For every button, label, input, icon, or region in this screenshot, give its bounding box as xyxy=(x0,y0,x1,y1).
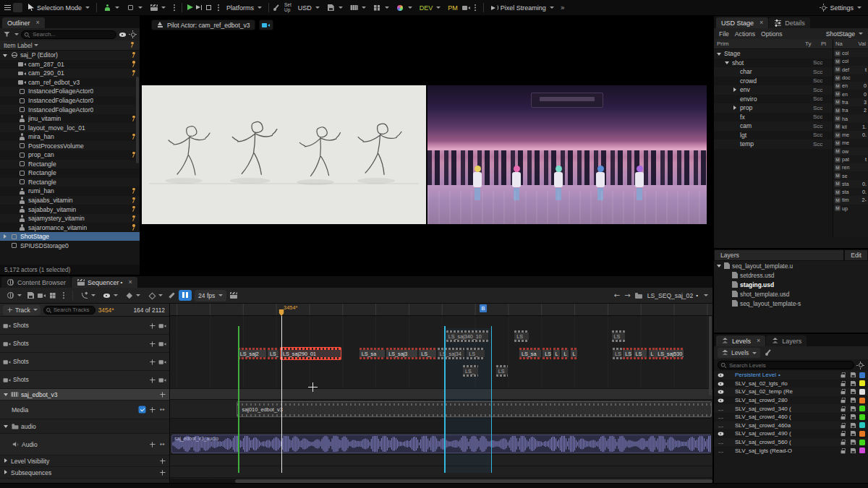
usd-prim-row[interactable]: shot Scc xyxy=(714,59,833,68)
expand-caret[interactable] xyxy=(732,78,738,84)
expand-caret[interactable] xyxy=(724,273,730,278)
usd-metadata-row[interactable]: M ren xyxy=(833,163,868,171)
levels-settings-icon[interactable] xyxy=(856,361,864,369)
filter-icon[interactable] xyxy=(3,30,11,38)
expand-caret[interactable] xyxy=(727,406,733,411)
expand-caret[interactable] xyxy=(724,60,730,66)
expand-caret[interactable] xyxy=(727,389,733,395)
sequencer-timeline[interactable]: LS_saj340_10 LS LS LS_saj2 LS_ LS_saj290… xyxy=(170,304,712,484)
usd-prim-row[interactable]: temp Scc xyxy=(714,140,833,149)
expand-caret[interactable] xyxy=(732,123,738,129)
tab-sequencer[interactable]: Sequencer • × xyxy=(72,277,137,288)
usd-metadata-row[interactable]: M en 0 xyxy=(833,90,868,98)
chevron-down-icon[interactable] xyxy=(704,294,708,296)
cinematics-dropdown[interactable] xyxy=(147,1,169,14)
add-section-icon[interactable] xyxy=(149,406,156,414)
play-options-icon[interactable] xyxy=(214,4,222,12)
save-level-icon[interactable] xyxy=(850,372,856,378)
sequence-breadcrumb[interactable]: LS_SEQ_saj_02 xyxy=(647,292,694,299)
set-up-button[interactable]: Set Up xyxy=(282,3,294,12)
expand-caret[interactable] xyxy=(10,207,16,213)
outliner-row[interactable]: sajamystery_vitamin xyxy=(0,214,140,223)
lock-icon[interactable] xyxy=(840,388,846,395)
level-row[interactable]: SLV_saj_crowd_560 ( xyxy=(714,438,868,447)
level-color-chip[interactable] xyxy=(859,406,865,411)
save-sequence-icon[interactable] xyxy=(27,291,35,299)
usd-metadata-row[interactable]: M sta 0. xyxy=(833,188,868,196)
usd-metadata-row[interactable]: M kil 1. xyxy=(833,123,868,131)
outliner-row[interactable]: sajaromance_vitamin xyxy=(0,223,140,232)
save-level-icon[interactable] xyxy=(850,397,856,403)
usd-layer-row[interactable]: setdress.usd xyxy=(714,270,868,280)
usd-metadata-row[interactable]: M pat t xyxy=(833,155,868,163)
timeline-vertical-scrollbar[interactable] xyxy=(709,316,712,395)
visibility-eye-icon[interactable] xyxy=(718,447,724,453)
outliner-row[interactable]: PostProcessVolume xyxy=(0,141,140,150)
levels-dropdown[interactable]: Levels xyxy=(718,348,760,358)
nav-back-icon[interactable]: ← xyxy=(614,291,620,299)
usd-prim-row[interactable]: prop Scc xyxy=(714,103,833,113)
dev-dropdown[interactable]: DEV xyxy=(417,1,444,14)
toolbar-expand-icon[interactable]: » xyxy=(558,4,567,12)
usd-metadata-row[interactable]: M fra 3 xyxy=(833,98,868,106)
expand-caret[interactable] xyxy=(10,215,16,221)
level-color-chip[interactable] xyxy=(859,389,865,395)
expand-caret[interactable] xyxy=(10,225,16,231)
expand-caret[interactable] xyxy=(10,70,16,76)
expand-caret[interactable] xyxy=(727,380,733,386)
expand-caret[interactable] xyxy=(3,470,9,476)
settings-dropdown[interactable]: Settings xyxy=(817,1,864,14)
expand-caret[interactable] xyxy=(732,141,738,147)
save-level-icon[interactable] xyxy=(850,380,856,387)
save-level-icon[interactable] xyxy=(850,388,856,395)
tab-details[interactable]: Details xyxy=(769,17,810,28)
camera-track-icon[interactable] xyxy=(38,291,46,299)
fit-range-icon[interactable] xyxy=(159,441,166,448)
track-row-shots[interactable]: Shots xyxy=(0,371,169,389)
usd-layer-row[interactable]: seq_layout_template-s xyxy=(714,299,868,308)
expand-caret[interactable] xyxy=(10,134,16,140)
expand-caret[interactable] xyxy=(10,98,16,103)
layers-edit-button[interactable]: Edit xyxy=(844,249,868,261)
keyframe-options-dropdown[interactable] xyxy=(123,289,142,301)
marker-b-flag[interactable]: B xyxy=(480,304,487,312)
camera-lock-icon[interactable] xyxy=(159,340,166,347)
view-options-icon[interactable] xyxy=(119,30,127,38)
expand-caret[interactable] xyxy=(10,188,16,194)
tab-usd-stage[interactable]: USD Stage × xyxy=(716,17,768,28)
level-color-chip[interactable] xyxy=(859,414,865,420)
render-movie-icon[interactable] xyxy=(48,291,56,299)
save-level-icon[interactable] xyxy=(850,422,856,429)
expand-caret[interactable] xyxy=(2,52,8,58)
level-viewport[interactable]: Pilot Actor: cam_ref_edbot_v3 xyxy=(141,16,712,275)
usd-metadata-row[interactable]: M col xyxy=(833,49,868,57)
outliner-row[interactable]: InstancedFoliageActor0 xyxy=(0,96,140,106)
usd-prim-row[interactable]: lgt Scc xyxy=(714,131,833,140)
outliner-row[interactable]: InstancedFoliageActor0 xyxy=(0,87,140,96)
close-icon[interactable]: × xyxy=(36,20,40,26)
layers-title[interactable]: Layers xyxy=(714,249,844,261)
color-tools-dropdown[interactable] xyxy=(393,1,415,14)
camera-lock-icon[interactable] xyxy=(159,358,166,365)
tab-outliner[interactable]: Outliner × xyxy=(2,17,45,28)
usd-metadata-row[interactable]: M fra 2 xyxy=(833,106,868,114)
current-frame-display[interactable]: 3454* xyxy=(98,307,114,314)
outliner-row[interactable]: Rectangle xyxy=(0,160,140,169)
camera-tool-icon[interactable] xyxy=(462,4,470,12)
visibility-eye-icon[interactable] xyxy=(718,430,724,437)
usd-prim-row[interactable]: Stage xyxy=(714,49,833,59)
auto-key-dropdown[interactable] xyxy=(145,289,165,301)
camera-lock-icon[interactable] xyxy=(159,376,166,383)
outliner-row[interactable]: cam_287_01 xyxy=(0,60,140,69)
track-row-subscene-header[interactable]: saj_edbot_v3 xyxy=(0,389,169,401)
visibility-eye-icon[interactable] xyxy=(718,405,724,411)
level-row[interactable]: SLV_saj_02_temp (Re xyxy=(714,388,868,396)
pin-icon[interactable] xyxy=(129,205,137,213)
expand-caret[interactable] xyxy=(10,197,16,203)
expand-caret[interactable] xyxy=(10,179,16,185)
expand-caret[interactable] xyxy=(727,372,733,378)
level-color-chip[interactable] xyxy=(859,431,865,437)
lock-icon[interactable] xyxy=(840,397,846,403)
expand-caret[interactable] xyxy=(716,263,722,269)
pin-icon[interactable] xyxy=(129,223,137,231)
